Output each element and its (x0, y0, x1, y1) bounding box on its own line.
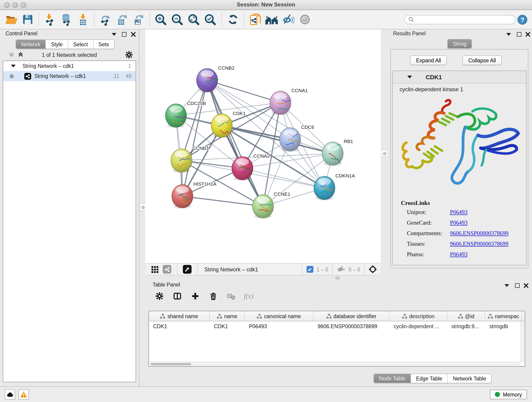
crosslink-genecard-link[interactable]: P06493 (450, 220, 467, 226)
table-cell[interactable]: P06493 (245, 321, 313, 331)
table-cell[interactable]: cyclin-dependent ... (389, 321, 447, 331)
column-header-namespac[interactable]: namespac (485, 311, 522, 321)
zoom-fit-button[interactable] (186, 11, 202, 28)
tab-sets[interactable]: Sets (93, 40, 114, 49)
create-column-icon[interactable] (190, 291, 200, 301)
tab-select[interactable]: Select (68, 40, 93, 49)
import-network-database-button[interactable] (58, 11, 75, 28)
inactive-orb-button[interactable] (297, 11, 313, 28)
crosslink-row: Uniprot:P06493 (407, 209, 426, 216)
node-CDKN1A[interactable]: CDKN1A (314, 173, 355, 200)
gene-header[interactable]: CDK1 (393, 71, 526, 83)
node-HIST1H1A[interactable]: HIST1H1A (172, 181, 216, 208)
results-panel-close-icon[interactable] (525, 31, 531, 38)
horizontal-splitter[interactable] (145, 275, 381, 280)
memory-button[interactable]: Memory (490, 390, 527, 399)
save-floppy-icon (21, 13, 34, 26)
import-network-file-button[interactable] (42, 11, 58, 28)
crosslink-uniprot-link[interactable]: P06493 (450, 209, 467, 216)
control-panel-float-icon[interactable] (121, 31, 127, 38)
right-splitter-grip[interactable] (381, 150, 388, 157)
show-columns-icon[interactable] (172, 291, 182, 301)
table-panel-collapse-icon[interactable] (504, 282, 510, 289)
table-panel-title: Table Panel (152, 282, 180, 287)
table-panel-close-icon[interactable] (523, 282, 529, 289)
minimize-window-icon[interactable] (12, 2, 18, 7)
table-panel-float-icon[interactable] (514, 282, 520, 289)
search-input[interactable] (417, 16, 511, 23)
warnings-button[interactable] (18, 389, 29, 400)
zoom-in-button[interactable] (152, 11, 169, 28)
birds-eye-view-button[interactable] (183, 265, 191, 274)
view-grid-button[interactable] (150, 265, 159, 274)
table-cell[interactable]: stringdb (485, 321, 522, 331)
export-image-button[interactable] (130, 11, 147, 28)
column-header-name[interactable]: name (210, 311, 245, 321)
network-canvas[interactable]: CCNB2CCNA1CDC25BCDK1CDC6RB1CCNB1CCNA2CDK… (145, 29, 381, 263)
results-panel-float-icon[interactable] (516, 31, 522, 38)
delete-column-trash-icon[interactable] (208, 291, 218, 301)
node-CDK1[interactable]: CDK1 (211, 111, 246, 138)
tab-string[interactable]: String (448, 39, 472, 48)
column-header-description[interactable]: description (389, 311, 447, 321)
fit-selected-button[interactable] (368, 265, 377, 274)
collection-expander-icon[interactable] (11, 65, 16, 67)
selected-checkbox-icon[interactable] (307, 266, 313, 273)
table-cell[interactable]: stringdb:9... (447, 321, 485, 331)
string-import-button[interactable] (247, 11, 264, 28)
network-options-gear-icon[interactable] (125, 51, 133, 59)
table-cell[interactable]: CDK1 (210, 321, 245, 331)
cloud-status-button[interactable] (5, 389, 15, 400)
tab-edge-table[interactable]: Edge Table (411, 374, 447, 383)
gray-orb-icon (298, 13, 311, 26)
import-table-icon (76, 13, 89, 26)
column-header-databaseidentifier[interactable]: database identifier (313, 311, 389, 321)
crosslink-compartments-link[interactable]: 9606.ENSP00000378699 (450, 230, 508, 237)
table-horizontal-scrollbar[interactable] (149, 362, 521, 366)
crosslink-tissues-link[interactable]: 9606.ENSP00000378699 (450, 241, 508, 248)
selected-node-edge-count: 1 – 0 (317, 267, 328, 272)
control-panel-close-icon[interactable] (130, 31, 137, 38)
collapse-all-button[interactable]: Collapse All (462, 56, 502, 65)
expand-all-button[interactable]: Expand All (410, 56, 447, 65)
table-cell[interactable]: 9606.ENSP00000378699 (313, 321, 389, 331)
network-row[interactable]: String Network – cdk1 11 48 (3, 71, 136, 81)
view-string-button[interactable] (163, 265, 171, 274)
zoom-out-button[interactable] (169, 11, 186, 28)
view-network-title: String Network – cdk1 (204, 266, 258, 273)
crosslink-pharos-link[interactable]: P06493 (450, 251, 467, 258)
show-flash-button[interactable] (280, 11, 297, 28)
zoom-window-icon[interactable] (21, 2, 26, 7)
import-table-file-button[interactable] (75, 11, 91, 28)
export-network-button[interactable] (97, 11, 114, 28)
node-RB1[interactable]: RB1 (322, 139, 353, 166)
export-table-button[interactable] (114, 11, 130, 28)
save-session-button[interactable] (19, 11, 36, 28)
table-vertical-scrollbar[interactable] (520, 321, 525, 362)
tab-network[interactable]: Network (16, 40, 45, 49)
close-window-icon[interactable] (4, 2, 10, 7)
gene-expander-icon[interactable] (407, 76, 412, 78)
table-settings-gear-icon[interactable] (154, 291, 165, 301)
table-row[interactable]: CDK1CDK1P064939606.ENSP00000378699cyclin… (149, 321, 525, 331)
help-button[interactable]: ? (515, 11, 529, 28)
tab-style[interactable]: Style (45, 40, 68, 49)
table-cell[interactable]: CDK1 (149, 321, 210, 331)
column-header-id[interactable]: @id (447, 311, 485, 321)
horizontal-splitter-grip[interactable] (335, 276, 340, 280)
column-header-canonicalname[interactable]: canonical name (245, 311, 313, 321)
column-header-sharedname[interactable]: shared name (149, 311, 210, 321)
network-collection-row[interactable]: String Network – cdk1 1 (3, 61, 136, 71)
grid-icon (151, 266, 158, 273)
table-horizontal-scrollbar-thumb[interactable] (151, 363, 191, 365)
home-button[interactable] (264, 11, 280, 28)
refresh-button[interactable] (225, 11, 241, 28)
delete-table-icon[interactable] (226, 291, 236, 301)
tab-network-table[interactable]: Network Table (447, 374, 491, 383)
results-panel-collapse-icon[interactable] (505, 31, 512, 38)
zoom-selected-button[interactable] (202, 11, 219, 28)
control-panel-collapse-icon[interactable] (111, 31, 117, 38)
tab-node-table[interactable]: Node Table (374, 374, 411, 383)
function-builder-icon[interactable]: f(x) (244, 292, 253, 300)
open-session-button[interactable] (3, 11, 19, 28)
